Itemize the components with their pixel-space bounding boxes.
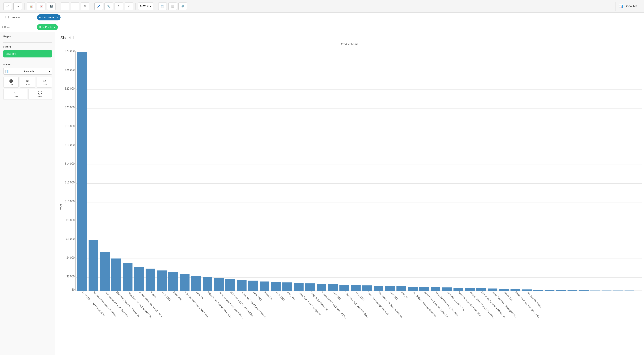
bar-3[interactable] bbox=[111, 259, 121, 291]
svg-text:Xerox 225: Xerox 225 bbox=[264, 291, 273, 300]
rows-pill[interactable]: SUM(Profit) ▼ bbox=[37, 24, 58, 30]
text-button[interactable]: T bbox=[114, 2, 123, 10]
svg-text:Avery 513: Avery 513 bbox=[390, 291, 398, 300]
bar-4[interactable] bbox=[123, 263, 132, 291]
view-button[interactable]: ⬜ bbox=[168, 2, 177, 10]
bar-30[interactable] bbox=[419, 287, 429, 291]
detail-icon: ⁘ bbox=[14, 91, 16, 95]
bar-38[interactable] bbox=[510, 289, 520, 291]
bar-9[interactable] bbox=[180, 274, 190, 291]
bar-14[interactable] bbox=[237, 280, 246, 291]
analytics-button[interactable]: 📉 bbox=[158, 2, 167, 10]
bar-27[interactable] bbox=[385, 286, 395, 291]
marks-detail-button[interactable]: ⁘ Detail bbox=[3, 89, 27, 100]
size-icon: ◎ bbox=[26, 79, 29, 83]
bar-32[interactable] bbox=[442, 288, 452, 291]
bar-31[interactable] bbox=[431, 287, 440, 291]
marks-size-button[interactable]: ◎ Size bbox=[20, 77, 35, 88]
bar-35[interactable] bbox=[476, 288, 486, 291]
fit-width-dropdown[interactable]: Fit Width ▾ bbox=[138, 2, 153, 10]
undo-button[interactable]: ↩ bbox=[3, 2, 12, 10]
bar-44[interactable] bbox=[579, 290, 589, 291]
share-button[interactable]: ⚙️ bbox=[178, 2, 187, 10]
bar-8[interactable] bbox=[168, 272, 178, 291]
svg-text:$22,000: $22,000 bbox=[65, 87, 75, 90]
filter-pill-label: MIN(Profit) bbox=[6, 52, 17, 55]
bar-20[interactable] bbox=[305, 283, 315, 291]
redo-button[interactable]: ↪ bbox=[14, 2, 22, 10]
svg-text:Xerox 19: Xerox 19 bbox=[196, 291, 204, 300]
svg-text:$0: $0 bbox=[72, 288, 75, 292]
sort-both-button[interactable]: ⇅ bbox=[81, 2, 89, 10]
svg-text:$24,000: $24,000 bbox=[65, 68, 75, 71]
fit-width-chevron: ▾ bbox=[150, 5, 151, 7]
bar-21[interactable] bbox=[317, 284, 326, 291]
annotate-button[interactable]: 📎 bbox=[104, 2, 113, 10]
bar-12[interactable] bbox=[214, 278, 224, 291]
rows-pill-filter-icon: ▼ bbox=[53, 26, 56, 28]
bar-36[interactable] bbox=[488, 289, 498, 291]
svg-text:Eldon Fold 'N Roll Cart System: Eldon Fold 'N Roll Cart System bbox=[298, 291, 321, 316]
highlight-button[interactable]: 🖊️ bbox=[94, 2, 103, 10]
bar-24[interactable] bbox=[351, 285, 360, 291]
bar-10[interactable] bbox=[191, 276, 201, 291]
bar-42[interactable] bbox=[556, 290, 566, 291]
show-me-button[interactable]: 📊 Show Me bbox=[615, 2, 641, 11]
bar-11[interactable] bbox=[202, 277, 212, 291]
bar-37[interactable] bbox=[499, 289, 509, 291]
bar-1[interactable] bbox=[88, 240, 98, 291]
bar-19[interactable] bbox=[294, 283, 304, 291]
bar-34[interactable] bbox=[465, 288, 474, 291]
bar-26[interactable] bbox=[374, 286, 384, 291]
sort-asc-button[interactable]: ↑ bbox=[61, 2, 69, 10]
bar-0[interactable] bbox=[77, 52, 87, 291]
marks-type-dropdown[interactable]: 📊 Automatic ▾ bbox=[3, 68, 52, 74]
svg-text:Plantronics Audio 478 Stereo C: Plantronics Audio 478 Stereo Ch... bbox=[116, 291, 141, 319]
svg-text:Profit: Profit bbox=[59, 204, 63, 212]
marks-label-button[interactable]: 🏷 Label bbox=[36, 77, 52, 88]
marks-row2: ⁘ Detail 💬 Tooltip bbox=[3, 89, 52, 100]
sort-desc-button[interactable]: ↓ bbox=[71, 2, 79, 10]
columns-pill[interactable]: Product Name ▼ bbox=[37, 14, 60, 20]
bar-18[interactable] bbox=[282, 283, 292, 291]
svg-text:$26,000: $26,000 bbox=[65, 49, 75, 53]
bar-5[interactable] bbox=[134, 267, 144, 291]
svg-text:$10,000: $10,000 bbox=[65, 200, 75, 203]
data-source-button[interactable]: 🗄️ bbox=[47, 2, 56, 10]
bar-29[interactable] bbox=[408, 287, 418, 291]
main-area: Pages Filters MIN(Profit) Marks 📊 Automa… bbox=[0, 32, 644, 355]
filter-pill[interactable]: MIN(Profit) bbox=[3, 50, 52, 57]
svg-text:$14,000: $14,000 bbox=[65, 162, 75, 166]
bar-43[interactable] bbox=[568, 290, 577, 291]
columns-pill-label: Product Name bbox=[39, 16, 54, 19]
bar-39[interactable] bbox=[522, 290, 532, 291]
bar-7[interactable] bbox=[157, 270, 167, 291]
bar-6[interactable] bbox=[146, 269, 155, 291]
bar-40[interactable] bbox=[533, 290, 543, 291]
bar-22[interactable] bbox=[328, 284, 338, 291]
bar-16[interactable] bbox=[260, 282, 269, 291]
reference-button[interactable]: ✳ bbox=[124, 2, 133, 10]
label-label: Label bbox=[42, 83, 46, 86]
bar-17[interactable] bbox=[271, 282, 281, 291]
marks-tooltip-button[interactable]: 💬 Tooltip bbox=[28, 89, 52, 100]
svg-text:Imation 16GB Mini TravelDrive : Imation 16GB Mini TravelDrive U... bbox=[139, 291, 164, 319]
bar-13[interactable] bbox=[226, 279, 235, 291]
bar-28[interactable] bbox=[396, 286, 406, 291]
bar-15[interactable] bbox=[248, 281, 258, 291]
svg-text:Xerox 1968: Xerox 1968 bbox=[276, 291, 285, 301]
filters-section: Filters MIN(Profit) bbox=[0, 42, 55, 60]
columns-text: Columns bbox=[11, 16, 20, 19]
bar-33[interactable] bbox=[454, 288, 463, 291]
svg-text:$4,000: $4,000 bbox=[66, 256, 75, 259]
bar-41[interactable] bbox=[545, 290, 554, 291]
bar-2[interactable] bbox=[100, 252, 110, 291]
save-button[interactable]: 📊 bbox=[27, 2, 36, 10]
bar-25[interactable] bbox=[362, 285, 372, 291]
pages-section: Pages bbox=[0, 32, 55, 42]
bar-23[interactable] bbox=[340, 285, 349, 291]
chart-type-button[interactable]: 📈 bbox=[37, 2, 46, 10]
marks-color-button[interactable]: ⬤ Color bbox=[3, 77, 18, 88]
chart-area: Sheet 1 Product Name Profit $26,000 $24,… bbox=[55, 32, 644, 355]
svg-text:Office Star - Task Chair with : Office Star - Task Chair with Con... bbox=[344, 291, 369, 319]
